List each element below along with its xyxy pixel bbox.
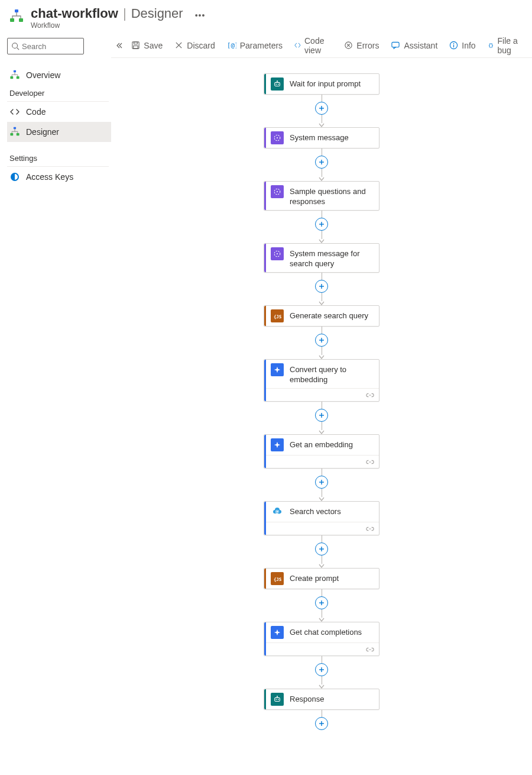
sidebar-item-code[interactable]: Code	[7, 102, 111, 122]
sidebar-item-designer[interactable]: Designer	[7, 122, 111, 142]
node-title: Get chat completions	[290, 626, 362, 637]
svg-text:[@]: [@]	[227, 41, 236, 49]
sidebar-item-overview[interactable]: Overview	[7, 65, 111, 85]
more-icon[interactable]: •••	[195, 7, 206, 20]
spark-icon	[271, 363, 284, 376]
add-step-button[interactable]	[315, 409, 328, 422]
svg-point-60	[278, 699, 279, 700]
sidebar-item-access-keys[interactable]: Access Keys	[7, 167, 111, 187]
sidebar-item-label: Code	[26, 107, 46, 117]
workflow-node[interactable]: System message	[264, 127, 379, 148]
add-step-button[interactable]	[315, 280, 328, 293]
svg-rect-2	[19, 18, 23, 22]
node-footer	[266, 455, 379, 468]
info-button[interactable]: Info	[445, 37, 480, 54]
connector	[315, 211, 328, 243]
svg-text:{JS}: {JS}	[274, 577, 281, 582]
add-step-button[interactable]	[315, 717, 328, 730]
designer-icon	[9, 127, 20, 137]
connector	[315, 327, 328, 359]
compose-icon	[271, 247, 284, 260]
svg-point-3	[12, 43, 18, 49]
parameters-icon: [@]	[227, 41, 236, 50]
errors-icon	[344, 41, 353, 50]
svg-point-19	[453, 43, 455, 44]
node-title: System message for search query	[290, 247, 374, 269]
add-step-button[interactable]	[315, 476, 328, 489]
search-input[interactable]	[22, 42, 80, 51]
svg-rect-8	[14, 127, 16, 129]
code-icon	[9, 106, 20, 117]
discard-button[interactable]: Discard	[170, 37, 219, 54]
svg-rect-22	[275, 82, 280, 86]
js-icon: {JS}	[271, 309, 284, 322]
connector	[315, 148, 328, 181]
link-icon	[366, 390, 374, 400]
node-title: Sample questions and responses	[290, 185, 374, 206]
svg-line-4	[17, 48, 20, 50]
file-bug-button[interactable]: File a bug	[483, 37, 528, 54]
svg-point-23	[275, 84, 277, 85]
svg-rect-9	[10, 133, 13, 135]
link-icon	[366, 524, 374, 534]
js-icon: {JS}	[271, 572, 284, 585]
svg-rect-58	[275, 698, 280, 701]
save-icon	[131, 41, 140, 50]
svg-point-26	[277, 80, 278, 82]
workflow-node[interactable]: {JS}Create prompt	[264, 568, 379, 589]
add-step-button[interactable]	[315, 542, 328, 556]
workflow-node[interactable]: Convert query to embedding	[264, 359, 379, 402]
node-title: Create prompt	[290, 572, 339, 583]
node-title: Generate search query	[290, 309, 368, 321]
connector	[315, 273, 328, 305]
connector	[315, 402, 328, 434]
workflow-node[interactable]: Search vectors	[264, 501, 379, 535]
connector	[315, 710, 328, 730]
breadcrumb: Workflow	[31, 21, 205, 30]
add-step-button[interactable]	[315, 663, 328, 676]
agent-icon	[271, 693, 284, 706]
svg-point-30	[277, 137, 278, 138]
workflow-node[interactable]: Sample questions and responses	[264, 181, 379, 211]
errors-button[interactable]: Errors	[339, 37, 384, 54]
workflow-node[interactable]: System message for search query	[264, 243, 379, 273]
toolbar-label: Code view	[304, 36, 332, 55]
toolbar-label: Info	[462, 41, 475, 50]
compose-icon	[271, 131, 284, 144]
spark-icon	[271, 438, 284, 451]
toolbar-label: Discard	[187, 41, 215, 50]
add-step-button[interactable]	[315, 596, 328, 609]
workflow-node[interactable]: Wait for input prompt	[264, 73, 379, 95]
toolbar-label: Save	[144, 41, 163, 50]
svg-rect-10	[17, 133, 20, 135]
workflow-node[interactable]: {JS}Generate search query	[264, 305, 379, 327]
spark-icon	[271, 626, 284, 639]
info-icon	[449, 41, 458, 50]
node-title: Response	[290, 693, 325, 704]
add-step-button[interactable]	[315, 334, 328, 347]
add-step-button[interactable]	[315, 218, 328, 231]
bug-icon	[488, 41, 494, 50]
add-step-button[interactable]	[315, 156, 328, 169]
compose-icon	[271, 185, 284, 198]
node-footer	[266, 388, 379, 401]
toolbar-collapse-button[interactable]	[115, 42, 124, 49]
sidebar-item-label: Overview	[26, 70, 60, 80]
workflow-node[interactable]: Get chat completions	[264, 622, 379, 656]
assistant-button[interactable]: Assistant	[386, 37, 442, 54]
parameters-button[interactable]: [@] Parameters	[222, 37, 287, 54]
title-divider: |	[123, 6, 126, 21]
workflow-node[interactable]: Response	[264, 689, 379, 710]
svg-point-34	[277, 191, 278, 192]
code-view-button[interactable]: Code view	[290, 37, 337, 54]
workflow-node[interactable]: Get an embedding	[264, 434, 379, 469]
node-title: Wait for input prompt	[290, 78, 361, 89]
add-step-button[interactable]	[315, 102, 328, 115]
svg-point-38	[277, 253, 278, 254]
sidebar-item-label: Access Keys	[26, 172, 73, 182]
sidebar-search[interactable]	[7, 38, 84, 54]
sidebar-item-label: Designer	[26, 127, 59, 137]
designer-canvas[interactable]: Wait for input promptSystem messageSampl…	[111, 58, 532, 775]
save-button[interactable]: Save	[126, 37, 167, 54]
page-section: Designer	[131, 6, 183, 21]
